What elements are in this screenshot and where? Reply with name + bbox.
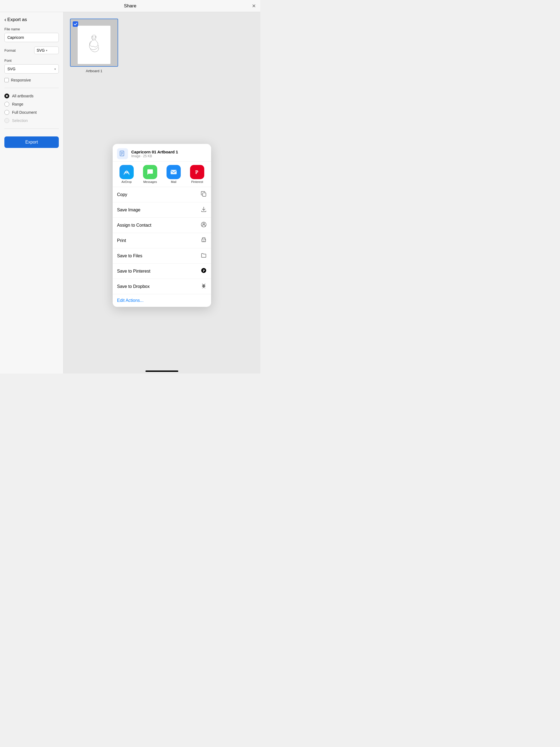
back-link[interactable]: ‹ Export as	[4, 17, 59, 23]
radio-all-artboards[interactable]: All artboards	[4, 94, 59, 98]
svg-rect-4	[171, 170, 177, 174]
responsive-label: Responsive	[11, 78, 31, 82]
divider-1	[4, 88, 59, 88]
artboard-item[interactable]: Artboard 1	[70, 19, 118, 73]
assign-contact-icon	[201, 222, 207, 229]
font-label: Font	[4, 58, 59, 62]
format-row: Format SVG ▾	[4, 47, 59, 54]
svg-rect-6	[203, 193, 206, 196]
save-dropbox-label: Save to Dropbox	[117, 284, 150, 289]
close-button[interactable]: ✕	[252, 4, 256, 8]
file-name-label: File name	[4, 27, 59, 31]
copy-icon	[201, 191, 207, 198]
svg-point-8	[203, 223, 205, 225]
file-name-group: File name	[4, 27, 59, 42]
svg-rect-10	[203, 240, 205, 242]
radio-range[interactable]: Range	[4, 102, 59, 107]
share-sheet: Capricorn 01 Artboard 1 Image · 25 KB	[113, 144, 211, 307]
mail-label: Mail	[171, 180, 176, 183]
save-dropbox-icon	[201, 283, 207, 290]
responsive-row: Responsive	[4, 78, 59, 82]
radio-all-artboards-label: All artboards	[12, 94, 34, 98]
format-label: Format	[4, 48, 16, 52]
share-file-meta: Image · 25 KB	[131, 154, 178, 158]
radio-full-document[interactable]: Full Document	[4, 110, 59, 115]
assign-contact-label: Assign to Contact	[117, 223, 151, 228]
radio-selection-label: Selection	[12, 119, 28, 123]
left-panel: ‹ Export as File name Format SVG ▾ Font …	[0, 12, 63, 374]
copy-menu-item[interactable]: Copy	[113, 187, 211, 202]
export-button[interactable]: Export	[4, 136, 59, 148]
save-files-label: Save to Files	[117, 254, 142, 258]
radio-full-document-indicator	[4, 110, 9, 115]
messages-label: Messages	[143, 180, 157, 183]
top-bar-title: Share	[124, 3, 136, 9]
share-app-messages[interactable]: Messages	[138, 165, 162, 183]
print-menu-item[interactable]: Print	[113, 233, 211, 248]
format-value: SVG	[36, 48, 45, 52]
export-as-title: Export as	[7, 17, 27, 22]
save-files-icon	[201, 252, 207, 259]
save-pinterest-label: Save to Pinterest	[117, 269, 150, 274]
chevron-down-icon: ▾	[46, 49, 47, 52]
share-file-name: Capricorn 01 Artboard 1	[131, 150, 178, 154]
artboard-inner	[78, 26, 110, 64]
artboard-checkbox	[73, 21, 78, 27]
print-label: Print	[117, 238, 126, 243]
bottom-home-indicator	[146, 370, 178, 372]
mail-svg	[170, 168, 177, 176]
responsive-checkbox[interactable]	[4, 78, 9, 82]
radio-range-label: Range	[12, 102, 23, 106]
share-app-pinterest[interactable]: P Pinterest	[185, 165, 209, 183]
file-icon	[119, 150, 126, 157]
messages-svg	[146, 168, 154, 176]
file-name-input[interactable]	[4, 33, 59, 42]
save-pinterest-menu-item[interactable]: Save to Pinterest P	[113, 264, 211, 279]
share-app-airdrop[interactable]: AirDrop	[115, 165, 138, 183]
save-image-menu-item[interactable]: Save Image	[113, 202, 211, 217]
svg-point-11	[205, 239, 206, 240]
share-file-info: Capricorn 01 Artboard 1 Image · 25 KB	[131, 150, 178, 158]
format-select[interactable]: SVG ▾	[34, 47, 59, 54]
radio-full-document-label: Full Document	[12, 110, 36, 114]
save-pinterest-icon: P	[201, 267, 207, 275]
svg-text:P: P	[203, 268, 205, 273]
check-icon	[74, 22, 77, 26]
airdrop-svg	[123, 168, 130, 176]
pinterest-icon: P	[190, 165, 204, 179]
edit-actions-button[interactable]: Edit Actions...	[117, 298, 144, 303]
radio-all-artboards-indicator	[4, 94, 9, 98]
copy-label: Copy	[117, 192, 127, 197]
font-group: Font SVG ▾	[4, 58, 59, 74]
save-files-menu-item[interactable]: Save to Files	[113, 248, 211, 264]
svg-point-0	[92, 36, 93, 37]
capricorn-illustration	[83, 32, 105, 57]
main-layout: ‹ Export as File name Format SVG ▾ Font …	[0, 12, 260, 374]
edit-actions: Edit Actions...	[113, 294, 211, 307]
share-file-icon	[117, 148, 128, 159]
font-chevron-icon: ▾	[54, 68, 56, 71]
airdrop-label: AirDrop	[121, 180, 131, 183]
radio-selection-indicator	[4, 118, 9, 123]
top-bar: Share ✕	[0, 0, 260, 12]
svg-point-1	[95, 36, 96, 37]
airdrop-icon	[120, 165, 134, 179]
mail-icon	[167, 165, 181, 179]
radio-selection: Selection	[4, 118, 59, 123]
save-dropbox-menu-item[interactable]: Save to Dropbox	[113, 279, 211, 294]
share-app-mail[interactable]: Mail	[162, 165, 185, 183]
save-image-icon	[201, 206, 207, 213]
svg-text:P: P	[195, 170, 198, 175]
save-image-label: Save Image	[117, 208, 140, 212]
pinterest-label: Pinterest	[191, 180, 203, 183]
assign-contact-menu-item[interactable]: Assign to Contact	[113, 217, 211, 233]
print-icon	[201, 237, 207, 244]
font-value: SVG	[7, 67, 16, 71]
artboard-options-group: All artboards Range Full Document Select…	[4, 94, 59, 123]
right-area: Artboard 1 Capricorn 01 Artboard 1 Image…	[63, 12, 260, 374]
messages-icon	[143, 165, 157, 179]
artboard-label: Artboard 1	[70, 69, 118, 73]
font-select[interactable]: SVG ▾	[4, 64, 59, 74]
back-arrow-icon: ‹	[4, 17, 6, 23]
share-header: Capricorn 01 Artboard 1 Image · 25 KB	[113, 144, 211, 162]
